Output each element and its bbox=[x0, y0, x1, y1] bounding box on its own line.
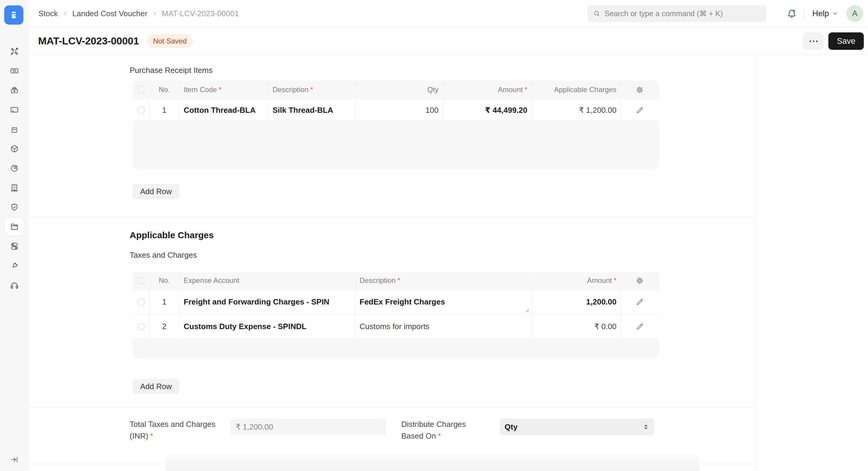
total-taxes-value: ₹ 1,200.00 bbox=[236, 422, 273, 432]
sidebar-item-shopping-bag[interactable] bbox=[0, 119, 29, 139]
sidebar-item-money[interactable] bbox=[0, 61, 29, 81]
column-header-item-code: Item Code bbox=[184, 86, 217, 94]
notifications-button[interactable] bbox=[787, 8, 797, 19]
status-badge: Not Saved bbox=[147, 34, 193, 48]
shield-check-icon bbox=[10, 203, 19, 212]
shopping-bag-icon bbox=[10, 125, 19, 134]
required-marker: * bbox=[438, 431, 441, 440]
sidebar-item-cash-register[interactable] bbox=[0, 81, 29, 100]
sidebar-item-folder[interactable] bbox=[0, 217, 29, 237]
gear-icon bbox=[636, 277, 644, 285]
qty-cell[interactable]: 100 bbox=[426, 105, 438, 115]
sidebar-item-credit-card[interactable] bbox=[0, 100, 29, 119]
description-cell[interactable]: Silk Thread-BLA bbox=[273, 105, 333, 115]
required-marker: * bbox=[150, 431, 153, 440]
erpnext-logo[interactable] bbox=[4, 5, 23, 25]
row-number: 1 bbox=[162, 105, 166, 115]
column-header-qty: Qty bbox=[427, 86, 438, 94]
pencil-icon bbox=[636, 106, 644, 114]
row-checkbox[interactable] bbox=[138, 107, 144, 114]
page-title: MAT-LCV-2023-00001 bbox=[38, 35, 139, 47]
sidebar-item-building[interactable] bbox=[0, 178, 29, 197]
grid-settings-button[interactable] bbox=[621, 81, 658, 99]
add-row-button[interactable]: Add Row bbox=[133, 184, 180, 199]
purchase-receipt-items-label: Purchase Receipt Items bbox=[130, 66, 213, 75]
toggles-icon bbox=[10, 242, 19, 251]
navbar: Stock Landed Cost Voucher MAT-LCV-2023-0… bbox=[29, 0, 868, 27]
select-value: Qty bbox=[504, 422, 518, 432]
empty-grid-area bbox=[133, 339, 658, 357]
plug-icon bbox=[10, 261, 19, 270]
sidebar-icon-list bbox=[0, 41, 29, 295]
amount-cell[interactable]: ₹ 44,499.20 bbox=[485, 105, 527, 115]
required-marker: * bbox=[219, 86, 221, 94]
breadcrumb: Stock Landed Cost Voucher MAT-LCV-2023-0… bbox=[38, 0, 239, 27]
edit-row-button[interactable] bbox=[621, 290, 658, 314]
search-input[interactable] bbox=[604, 9, 761, 18]
expense-account-cell[interactable]: Freight and Forwarding Charges - SPIN bbox=[184, 297, 329, 307]
folder-icon bbox=[10, 222, 19, 231]
page-actions: Save bbox=[803, 27, 864, 55]
purchase-receipt-items-table: No. Item Code* Description* Qty Amount* … bbox=[133, 81, 658, 168]
row-checkbox[interactable] bbox=[138, 323, 144, 330]
sidebar-item-plug[interactable] bbox=[0, 256, 29, 275]
row-checkbox[interactable] bbox=[138, 299, 144, 305]
select-all-checkbox[interactable] bbox=[138, 86, 144, 93]
gear-icon bbox=[636, 86, 644, 94]
empty-grid-area bbox=[133, 121, 658, 168]
sidebar-item-shield-check[interactable] bbox=[0, 197, 29, 217]
avatar-initial: A bbox=[852, 9, 858, 18]
save-button[interactable]: Save bbox=[828, 32, 864, 50]
sidebar-item-toggles[interactable] bbox=[0, 237, 29, 256]
help-menu[interactable]: Help bbox=[810, 9, 840, 19]
user-avatar[interactable]: A bbox=[846, 5, 863, 22]
applicable-charges-heading: Applicable Charges bbox=[130, 230, 214, 240]
edit-row-button[interactable] bbox=[621, 99, 658, 121]
expense-account-cell[interactable]: Customs Duty Expense - SPINDL bbox=[184, 322, 306, 331]
description-cell[interactable]: FedEx Freight Charges bbox=[360, 297, 445, 307]
amount-cell[interactable]: ₹ 0.00 bbox=[594, 322, 617, 331]
navbar-divider bbox=[803, 7, 804, 20]
grid-settings-button[interactable] bbox=[621, 272, 658, 289]
column-header-applicable-charges: Applicable Charges bbox=[554, 86, 617, 94]
applicable-charges-cell[interactable]: ₹ 1,200.00 bbox=[579, 105, 617, 115]
amount-cell[interactable]: 1,200.00 bbox=[586, 297, 617, 307]
row-number: 2 bbox=[162, 322, 166, 331]
headphones-icon bbox=[10, 281, 19, 290]
cash-register-icon bbox=[10, 86, 19, 95]
sidebar-item-package[interactable] bbox=[0, 139, 29, 158]
table-header-row: No. Item Code* Description* Qty Amount* … bbox=[133, 81, 658, 99]
collapse-sidebar-button[interactable] bbox=[0, 452, 29, 467]
form-right-divider bbox=[755, 55, 756, 471]
select-all-checkbox[interactable] bbox=[138, 277, 144, 284]
breadcrumb-landed-cost-voucher[interactable]: Landed Cost Voucher bbox=[72, 9, 147, 18]
sidebar-item-tools[interactable] bbox=[0, 41, 29, 61]
help-label: Help bbox=[812, 9, 829, 18]
credit-card-icon bbox=[10, 105, 19, 114]
resize-corner-icon[interactable] bbox=[526, 309, 529, 312]
page-head: MAT-LCV-2023-00001 Not Saved Save bbox=[29, 27, 868, 55]
sidebar-item-headphones[interactable] bbox=[0, 275, 29, 295]
column-header-description: Description bbox=[360, 276, 396, 285]
more-options-button[interactable] bbox=[803, 32, 824, 50]
total-taxes-label: Total Taxes and Charges (INR)* bbox=[130, 418, 226, 442]
edit-row-button[interactable] bbox=[621, 314, 658, 339]
column-header-expense-account: Expense Account bbox=[184, 276, 239, 285]
table-row: 1 Freight and Forwarding Charges - SPIN … bbox=[133, 289, 658, 314]
app-sidebar bbox=[0, 0, 29, 471]
form-area: Purchase Receipt Items No. Item Code* De… bbox=[29, 55, 868, 471]
breadcrumb-stock[interactable]: Stock bbox=[38, 9, 58, 18]
sidebar-item-pie-chart[interactable] bbox=[0, 158, 29, 178]
item-code-cell[interactable]: Cotton Thread-BLA bbox=[184, 105, 256, 115]
total-taxes-field: ₹ 1,200.00 bbox=[230, 418, 386, 435]
section-divider bbox=[29, 464, 755, 464]
taxes-and-charges-label: Taxes and Charges bbox=[130, 251, 197, 260]
distribute-charges-select[interactable]: Qty bbox=[500, 418, 654, 435]
pie-chart-icon bbox=[10, 164, 19, 173]
global-search[interactable] bbox=[588, 5, 767, 22]
description-cell[interactable]: Customs for imports bbox=[360, 322, 430, 331]
add-row-button[interactable]: Add Row bbox=[133, 379, 180, 394]
chevron-right-icon bbox=[152, 11, 157, 16]
breadcrumb-current: MAT-LCV-2023-00001 bbox=[162, 9, 239, 18]
bell-icon bbox=[787, 8, 797, 19]
